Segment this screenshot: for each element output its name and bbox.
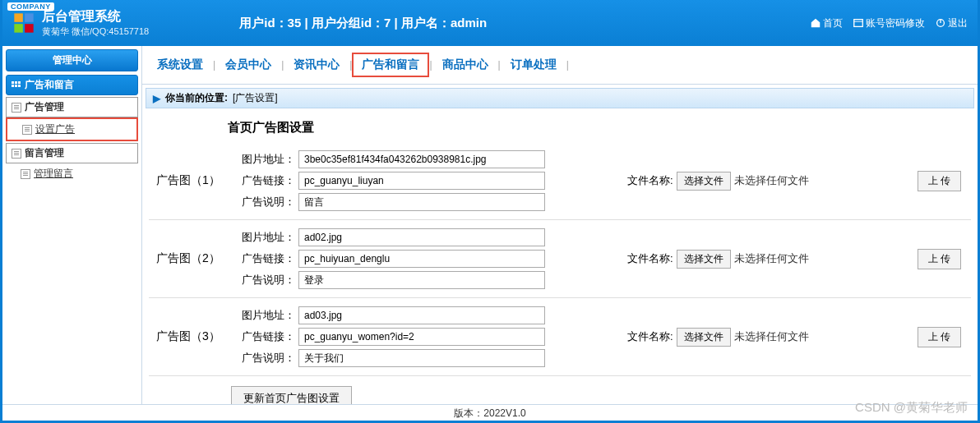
nav-member-center[interactable]: 会员中心 (215, 57, 281, 72)
ad-desc-input[interactable] (298, 271, 545, 289)
ad-label: 广告图（3） (149, 329, 228, 344)
breadcrumb-label: 你当前的位置: (165, 91, 228, 105)
system-subtitle: 黄菊华 微信/QQ:45157718 (42, 25, 149, 38)
upload-button[interactable]: 上 传 (918, 249, 961, 269)
img-address-input[interactable] (298, 150, 545, 168)
arrow-icon: ▶ (153, 93, 160, 104)
breadcrumb-current: [广告设置] (233, 91, 278, 105)
ad-link-input[interactable] (298, 250, 545, 268)
home-label: 首页 (823, 16, 843, 30)
change-password-button[interactable]: 账号密码修改 (849, 15, 928, 32)
file-status: 未选择任何文件 (734, 173, 809, 188)
upload-button[interactable]: 上 传 (918, 171, 961, 191)
ad-block-2: 广告图（2）图片地址：广告链接：广告说明：文件名称:选择文件未选择任何文件上 传 (149, 220, 971, 298)
sidebar-group-ad-manage-label: 广告管理 (25, 100, 64, 114)
management-center-header: 管理中心 (6, 49, 138, 71)
document-icon (22, 125, 32, 135)
svg-rect-4 (854, 20, 863, 27)
svg-rect-7 (12, 81, 14, 84)
svg-rect-8 (15, 81, 17, 84)
nav-ads-messages[interactable]: 广告和留言 (352, 53, 429, 77)
system-title: 后台管理系统 (42, 8, 149, 25)
sidebar-item-set-ad-link[interactable]: 设置广告 (35, 122, 75, 136)
home-button[interactable]: 首页 (807, 15, 846, 32)
ad-link-label: 广告链接： (236, 329, 295, 344)
key-icon (853, 17, 864, 29)
sidebar-item-set-ad[interactable]: 设置广告 (6, 117, 138, 141)
change-password-label: 账号密码修改 (866, 16, 925, 30)
ad-block-1: 广告图（1）图片地址：广告链接：广告说明：文件名称:选择文件未选择任何文件上 传 (149, 142, 971, 220)
user-info: 用户id：35 | 用户分组id：7 | 用户名：admin (239, 16, 487, 31)
sidebar-group-ad-manage[interactable]: 广告管理 (6, 97, 138, 117)
breadcrumb: ▶ 你当前的位置: [广告设置] (146, 88, 974, 108)
sidebar-group-message-manage[interactable]: 留言管理 (6, 143, 138, 163)
update-settings-button[interactable]: 更新首页广告图设置 (231, 386, 352, 404)
choose-file-button[interactable]: 选择文件 (677, 172, 731, 191)
file-name-label: 文件名称: (627, 329, 673, 344)
ad-link-label: 广告链接： (236, 251, 295, 266)
img-address-input[interactable] (298, 228, 545, 246)
ad-link-label: 广告链接： (236, 173, 295, 188)
page-title: 首页广告图设置 (149, 115, 971, 142)
power-icon (935, 17, 946, 29)
sidebar-category-ads-label: 广告和留言 (25, 78, 74, 92)
top-nav: 系统设置| 会员中心| 资讯中心| 广告和留言| 商品中心| 订单处理| (142, 46, 978, 85)
sidebar-category-ads[interactable]: 广告和留言 (6, 75, 138, 95)
sidebar: 管理中心 广告和留言 广告管理 设置广告 留言管理 (2, 46, 142, 404)
file-status: 未选择任何文件 (734, 329, 809, 344)
ad-desc-input[interactable] (298, 349, 545, 367)
file-status: 未选择任何文件 (734, 251, 809, 266)
app-logo-icon (12, 11, 35, 34)
img-address-input[interactable] (298, 306, 545, 324)
nav-system-settings[interactable]: 系统设置 (147, 57, 213, 72)
document-icon (21, 169, 30, 179)
svg-rect-1 (25, 13, 33, 21)
logout-button[interactable]: 退出 (931, 15, 971, 32)
home-icon (810, 17, 821, 29)
sidebar-group-message-manage-label: 留言管理 (25, 146, 64, 160)
nav-order-processing[interactable]: 订单处理 (501, 57, 566, 72)
ad-desc-label: 广告说明： (236, 195, 295, 209)
img-address-label: 图片地址： (236, 230, 295, 245)
titlebar: 后台管理系统 黄菊华 微信/QQ:45157718 用户id：35 | 用户分组… (2, 0, 978, 46)
svg-rect-11 (15, 85, 17, 87)
company-badge: COMPANY (7, 2, 54, 11)
ad-link-input[interactable] (298, 328, 545, 346)
ad-label: 广告图（1） (149, 173, 228, 188)
svg-rect-2 (14, 24, 22, 32)
ad-desc-input[interactable] (298, 193, 545, 211)
img-address-label: 图片地址： (236, 308, 295, 323)
footer-version: 版本：2022V1.0 (2, 404, 978, 421)
ad-desc-label: 广告说明： (236, 273, 295, 287)
logout-label: 退出 (948, 16, 968, 30)
ad-desc-label: 广告说明： (236, 351, 295, 366)
nav-product-center[interactable]: 商品中心 (432, 57, 498, 72)
svg-rect-12 (18, 85, 21, 87)
grid-icon (12, 81, 21, 90)
document-icon (12, 103, 21, 113)
document-icon (12, 149, 21, 159)
img-address-label: 图片地址： (236, 152, 295, 167)
file-name-label: 文件名称: (627, 251, 673, 266)
upload-button[interactable]: 上 传 (918, 327, 961, 347)
svg-rect-0 (14, 13, 22, 21)
nav-news-center[interactable]: 资讯中心 (284, 57, 349, 72)
sidebar-item-manage-message[interactable]: 管理留言 (6, 163, 138, 184)
ad-block-3: 广告图（3）图片地址：广告链接：广告说明：文件名称:选择文件未选择任何文件上 传 (149, 298, 971, 376)
file-name-label: 文件名称: (627, 173, 673, 188)
svg-rect-3 (25, 24, 33, 32)
choose-file-button[interactable]: 选择文件 (677, 250, 731, 269)
choose-file-button[interactable]: 选择文件 (677, 328, 731, 347)
svg-rect-9 (18, 81, 21, 84)
ad-label: 广告图（2） (149, 251, 228, 266)
ad-link-input[interactable] (298, 172, 545, 190)
svg-rect-10 (12, 85, 14, 87)
sidebar-item-manage-message-link[interactable]: 管理留言 (34, 167, 73, 181)
